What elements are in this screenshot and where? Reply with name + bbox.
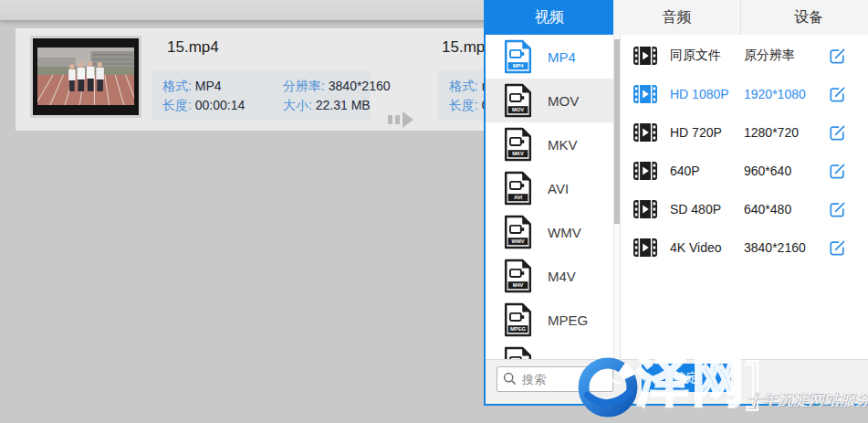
- svg-text:AVI: AVI: [514, 195, 522, 200]
- duration-label: 长度:: [162, 98, 192, 112]
- edit-profile-icon[interactable]: [829, 86, 847, 103]
- profile-name: HD 1080P: [670, 87, 744, 101]
- svg-text:MOV: MOV: [512, 107, 524, 112]
- profile-item-hd-720p[interactable]: HD 720P1280*720: [621, 113, 868, 152]
- video-thumbnail-image: [33, 38, 139, 115]
- format-item-label: AVI: [548, 181, 569, 196]
- file-format-icon: MOV: [504, 83, 532, 118]
- search-icon: [503, 372, 517, 389]
- file-format-icon: M4V: [504, 259, 532, 293]
- size-value: 22.31 MB: [316, 98, 371, 112]
- edit-profile-icon[interactable]: [829, 48, 847, 65]
- format-label: 格式:: [162, 79, 192, 93]
- format-item-label: WMV: [548, 225, 581, 240]
- format-item-mov[interactable]: MOV MOV: [486, 79, 613, 122]
- profile-item-hd-1080p[interactable]: HD 1080P1920*1080: [621, 75, 868, 113]
- profile-item-640p[interactable]: 640P960*640: [621, 152, 868, 190]
- profile-name: 同原文件: [670, 48, 744, 64]
- format-picker-popup: 视频音频设备 MP4 MP4 MOV MOV MKV MKV AVI A: [484, 0, 868, 406]
- format-item-avi[interactable]: AVI AVI: [486, 166, 613, 210]
- file-format-icon: [504, 346, 532, 359]
- edit-profile-icon[interactable]: [829, 124, 847, 142]
- edit-profile-icon[interactable]: [829, 239, 847, 257]
- format-item-m4v[interactable]: M4V M4V: [486, 254, 613, 298]
- app-window: 15.mp4 格式: MP4 分辨率: 3840*2160 长度: 00:00:…: [0, 0, 868, 423]
- film-strip-icon: [633, 162, 657, 180]
- tab-video[interactable]: 视频: [486, 0, 613, 35]
- profile-resolution: 640*480: [744, 202, 829, 217]
- file-format-icon: MP4: [504, 39, 532, 74]
- profile-resolution: 3840*2160: [744, 240, 829, 255]
- format-list-scrollbar[interactable]: [613, 35, 621, 359]
- format-item-partial[interactable]: [486, 342, 613, 359]
- format-item-mpeg[interactable]: MPEG MPEG: [486, 298, 613, 342]
- duration-label: 长度:: [449, 98, 478, 112]
- format-item-mkv[interactable]: MKV MKV: [486, 122, 613, 166]
- file-format-icon: WMV: [504, 215, 532, 249]
- profile-name: SD 480P: [670, 202, 744, 217]
- format-item-label: MOV: [548, 93, 579, 109]
- profile-name: HD 720P: [670, 125, 744, 140]
- video-thumbnail[interactable]: [30, 36, 141, 118]
- resolution-value: 3840*2160: [329, 79, 391, 93]
- file-format-icon: MKV: [504, 127, 532, 162]
- profile-item-同原文件[interactable]: 同原文件原分辨率: [621, 37, 868, 75]
- format-list: MP4 MP4 MOV MOV MKV MKV AVI AVI WMV WMV: [486, 35, 613, 359]
- film-strip-icon: [633, 47, 657, 65]
- scrollbar-thumb[interactable]: [614, 39, 620, 224]
- svg-text:WMV: WMV: [512, 238, 525, 244]
- edit-profile-icon[interactable]: [829, 163, 847, 180]
- svg-text:MKV: MKV: [512, 151, 524, 156]
- format-label: 格式:: [449, 79, 478, 93]
- file-format-icon: AVI: [504, 171, 532, 206]
- confirm-button[interactable]: 确定: [642, 364, 731, 392]
- format-item-mp4[interactable]: MP4 MP4: [486, 35, 613, 79]
- source-file-title: 15.mp4: [167, 38, 219, 57]
- film-strip-icon: [633, 85, 657, 103]
- tab-device[interactable]: 设备: [740, 0, 868, 35]
- format-item-wmv[interactable]: WMV WMV: [486, 210, 613, 254]
- profile-item-sd-480p[interactable]: SD 480P640*480: [621, 190, 868, 228]
- profile-item-4k-video[interactable]: 4K Video3840*2160: [621, 228, 868, 267]
- file-format-icon: MPEG: [504, 302, 532, 337]
- profile-resolution: 960*640: [744, 164, 829, 178]
- profile-name: 640P: [670, 164, 744, 178]
- format-item-label: M4V: [548, 269, 576, 284]
- popup-tabbar: 视频音频设备: [486, 0, 868, 35]
- format-item-label: MKV: [548, 137, 578, 153]
- profile-list: 同原文件原分辨率 HD 1080P1920*1080: [621, 35, 868, 359]
- source-file-details: 格式: MP4 分辨率: 3840*2160 长度: 00:00:14 大小: …: [152, 70, 371, 121]
- svg-text:M4V: M4V: [513, 282, 524, 288]
- format-item-label: MP4: [548, 49, 576, 65]
- duration-value: 00:00:14: [195, 98, 246, 112]
- tab-audio[interactable]: 音频: [613, 0, 740, 35]
- resolution-label: 分辨率:: [283, 79, 325, 93]
- format-item-label: MPEG: [548, 312, 588, 328]
- size-label: 大小:: [283, 98, 312, 112]
- profile-name: 4K Video: [670, 240, 744, 255]
- profile-resolution: 原分辨率: [744, 48, 829, 64]
- svg-text:MPEG: MPEG: [510, 326, 526, 332]
- profile-resolution: 1920*1080: [744, 87, 829, 101]
- convert-arrow-icon: [388, 110, 428, 130]
- film-strip-icon: [633, 238, 657, 257]
- popup-bottom-bar: 确定: [486, 359, 868, 404]
- svg-text:MP4: MP4: [513, 63, 525, 69]
- edit-profile-icon[interactable]: [829, 201, 847, 218]
- profile-resolution: 1280*720: [744, 125, 829, 140]
- film-strip-icon: [633, 123, 657, 142]
- film-strip-icon: [633, 200, 657, 218]
- format-value: MP4: [195, 79, 222, 93]
